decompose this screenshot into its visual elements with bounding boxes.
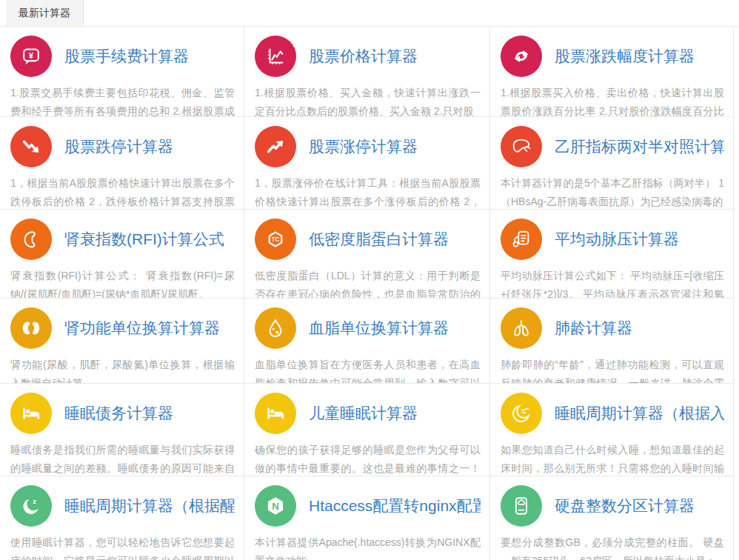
- calculator-title-link[interactable]: 股票涨停计算器: [309, 136, 481, 157]
- svg-text:z: z: [33, 498, 36, 505]
- card-header: N Htaccess配置转nginx配置: [255, 485, 481, 527]
- iv-stethoscope-icon: [501, 219, 542, 260]
- calculator-card[interactable]: 肺龄计算器 肺龄即肺的“年龄”，通过肺功能检测，可以直观反映肺的衰老和健康情况。…: [490, 299, 734, 384]
- calculator-title-link[interactable]: 肺龄计算器: [555, 318, 724, 339]
- calculator-card[interactable]: 股票跌停计算器 1，根据当前A股股票价格快速计算出股票在多个跌停板后的价格 2，…: [0, 117, 244, 210]
- bed-icon: [255, 393, 296, 434]
- calculator-description: 1.股票交易手续费主要包括印花税、佣金、监管费和经手费等所有各项费用的总和 2.…: [10, 84, 235, 117]
- calculator-card[interactable]: 睡眠债务计算器 睡眠债务是指我们所需的睡眠量与我们实际获得的睡眠量之间的差额。睡…: [0, 384, 244, 476]
- card-header: 睡眠债务计算器: [10, 393, 235, 434]
- calculator-title-link[interactable]: 睡眠债务计算器: [64, 403, 235, 424]
- card-header: z 睡眠周期计算器（根据醒来时: [10, 485, 235, 527]
- calculator-card[interactable]: z 睡眠周期计算器（根据醒来时 使用睡眠计算器，您可以轻松地告诉它您想要起床的时…: [0, 476, 244, 560]
- calculator-description: 本计算器提供Apache(.htaccess)转换为NGINX配置文件功能: [255, 533, 481, 560]
- calculator-title-link[interactable]: 肾衰指数(RFI)计算公式: [64, 229, 235, 250]
- liver-icon: [501, 126, 542, 167]
- card-header: 乙肝指标两对半对照计算器: [501, 126, 724, 167]
- card-header: 平均动脉压计算器: [501, 219, 724, 260]
- hard-drive-icon: [501, 485, 542, 527]
- card-header: 睡眠周期计算器（根据入睡时: [501, 393, 724, 434]
- calculator-description: 肾功能(尿酸，肌酐，尿酸氮)单位换算，根据输入数据自动计算: [10, 356, 235, 384]
- moon-waves-icon: [501, 393, 542, 434]
- card-header: ¥ 股票手续费计算器: [10, 36, 235, 77]
- kidneys-icon: [10, 307, 52, 349]
- swap-arrows-icon: [501, 36, 542, 77]
- calculator-card[interactable]: 睡眠周期计算器（根据入睡时 如果您知道自己什么时候入睡，想知道最佳的起床时间，那…: [490, 384, 734, 476]
- svg-text:N: N: [272, 501, 278, 512]
- calculator-description: 1.根据股票买入价格、卖出价格，快速计算出股票股价涨跌百分比率 2.只对股价涨跌…: [501, 84, 724, 117]
- calculator-card[interactable]: 股票价格计算器 1.根据股票价格、买入金额，快速计算出涨跌一定百分比点数后的股票…: [244, 27, 490, 117]
- calculator-title-link[interactable]: 硬盘整数分区计算器: [555, 496, 724, 516]
- card-header: TC 低密度脂蛋白计算器: [255, 219, 481, 260]
- calculator-description: 血脂单位换算旨在方便医务人员和患者，在高血脂检查和报告单中可能会常用到。输入数字…: [255, 356, 481, 384]
- card-header: 儿童睡眠计算器: [255, 393, 481, 434]
- card-header: 血脂单位换算计算器: [255, 307, 481, 349]
- calculator-title-link[interactable]: 低密度脂蛋白计算器: [309, 229, 481, 250]
- calculator-title-link[interactable]: 股票跌停计算器: [64, 136, 235, 157]
- kidney-icon: [10, 219, 52, 260]
- calculator-grid: ¥ 股票手续费计算器 1.股票交易手续费主要包括印花税、佣金、监管费和经手费等所…: [0, 27, 734, 560]
- svg-text:¥: ¥: [29, 51, 34, 60]
- card-header: 肺龄计算器: [501, 307, 724, 349]
- calculator-title-link[interactable]: 乙肝指标两对半对照计算器: [555, 136, 724, 157]
- yen-speech-bubble-icon: ¥: [10, 36, 52, 77]
- calculator-card[interactable]: N Htaccess配置转nginx配置 本计算器提供Apache(.htacc…: [244, 476, 490, 560]
- card-header: 股票涨停计算器: [255, 126, 481, 167]
- card-header: 肾衰指数(RFI)计算公式: [10, 219, 235, 260]
- calculator-title-link[interactable]: 肾功能单位换算计算器: [64, 318, 235, 339]
- card-header: 股票价格计算器: [255, 36, 481, 77]
- tab-bar: 最新计算器: [0, 0, 739, 27]
- calculator-description: 1，根据当前A股股票价格快速计算出股票在多个跌停板后的价格 2，跌停板价格计算器…: [10, 174, 235, 210]
- line-chart-icon: [255, 36, 296, 77]
- droplet-icon: [255, 307, 296, 349]
- calculator-card[interactable]: 硬盘整数分区计算器 要想分成整数GB，必须分成完整的柱面。 硬盘一般有255磁头…: [490, 476, 734, 560]
- card-header: 硬盘整数分区计算器: [501, 485, 724, 527]
- calculator-title-link[interactable]: 睡眠周期计算器（根据入睡时: [555, 403, 724, 424]
- card-header: 股票跌停计算器: [10, 126, 235, 167]
- calculator-description: 肺龄即肺的“年龄”，通过肺功能检测，可以直观反映肺的衰老和健康情况。一般来讲，肺…: [501, 356, 724, 384]
- calculator-title-link[interactable]: 股票涨跌幅度计算器: [555, 46, 724, 67]
- calculator-title-link[interactable]: 股票手续费计算器: [64, 46, 235, 67]
- calculator-card[interactable]: 股票涨停计算器 1，股票涨停价在线计算工具：根据当前A股股票价格快速计算出股票在…: [244, 117, 490, 210]
- calculator-description: 确保您的孩子获得足够的睡眠是您作为父母可以做的事情中最重要的。这也是最难的事情之…: [255, 441, 481, 476]
- calculator-title-link[interactable]: 儿童睡眠计算器: [309, 403, 481, 424]
- calculator-title-link[interactable]: 股票价格计算器: [309, 46, 481, 67]
- tc-hexagon-icon: TC: [255, 219, 296, 260]
- calculator-description: 如果您知道自己什么时候入睡，想知道最佳的起床时间，那么别无所求！只需将您的入睡时…: [501, 441, 724, 476]
- moon-z-icon: z: [10, 485, 52, 527]
- calculator-description: 使用睡眠计算器，您可以轻松地告诉它您想要起床的时间，它将显示您可以睡多少个睡眠周…: [10, 533, 235, 560]
- calculator-card[interactable]: 股票涨跌幅度计算器 1.根据股票买入价格、卖出价格，快速计算出股票股价涨跌百分比…: [490, 27, 734, 117]
- nginx-icon: N: [255, 485, 296, 527]
- tab-latest-calculators[interactable]: 最新计算器: [6, 0, 84, 26]
- calculator-title-link[interactable]: 血脂单位换算计算器: [309, 318, 481, 339]
- calculator-description: 要想分成整数GB，必须分成完整的柱面。 硬盘一般有255磁头，63扇区，所以每柱…: [501, 533, 724, 560]
- calculator-card[interactable]: 平均动脉压计算器 平均动脉压计算公式如下： 平均动脉压=[收缩压+(舒张压*2)…: [490, 210, 734, 299]
- down-zigzag-arrow-icon: [10, 126, 52, 167]
- card-header: 股票涨跌幅度计算器: [501, 36, 724, 77]
- calculator-title-link[interactable]: 平均动脉压计算器: [555, 229, 724, 250]
- calculator-description: 平均动脉压计算公式如下： 平均动脉压=[收缩压+(舒张压*2)]/3。 平均动脉…: [501, 267, 724, 299]
- calculator-description: 低密度脂蛋白（LDL）计算的意义：用于判断是否存在患冠心病的危险性，也是血脂异常…: [255, 267, 481, 299]
- calculator-card[interactable]: TC 低密度脂蛋白计算器 低密度脂蛋白（LDL）计算的意义：用于判断是否存在患冠…: [244, 210, 490, 299]
- calculator-description: 本计算器计算的是5个基本乙肝指标（两对半） 1（HBsAg-乙肝病毒表面抗原）为…: [501, 174, 724, 210]
- calculator-card[interactable]: 肾衰指数(RFI)计算公式 肾衰指数(RFI)计算公式： 肾衰指数(RFI)=尿…: [0, 210, 244, 299]
- calculator-card[interactable]: 血脂单位换算计算器 血脂单位换算旨在方便医务人员和患者，在高血脂检查和报告单中可…: [244, 299, 490, 384]
- calculator-description: 肾衰指数(RFI)计算公式： 肾衰指数(RFI)=尿钠/(尿肌酐/血肌酐)=(尿…: [10, 267, 235, 299]
- calculator-title-link[interactable]: 睡眠周期计算器（根据醒来时: [64, 496, 235, 516]
- lungs-icon: [501, 307, 542, 349]
- calculator-title-link[interactable]: Htaccess配置转nginx配置: [309, 496, 481, 516]
- svg-text:TC: TC: [271, 236, 279, 243]
- calculator-card[interactable]: 儿童睡眠计算器 确保您的孩子获得足够的睡眠是您作为父母可以做的事情中最重要的。这…: [244, 384, 490, 476]
- calculator-card[interactable]: ¥ 股票手续费计算器 1.股票交易手续费主要包括印花税、佣金、监管费和经手费等所…: [0, 27, 244, 117]
- calculator-description: 1，股票涨停价在线计算工具：根据当前A股股票价格快速计算出股票在多个涨停板后的价…: [255, 174, 481, 210]
- bed-icon: [10, 393, 52, 434]
- calculator-description: 1.根据股票价格、买入金额，快速计算出涨跌一定百分比点数后的股票价格、买入金额 …: [255, 84, 481, 117]
- calculator-description: 睡眠债务是指我们所需的睡眠量与我们实际获得的睡眠量之间的差额。睡眠债务的原因可能…: [10, 441, 235, 476]
- up-zigzag-arrow-icon: [255, 126, 296, 167]
- card-header: 肾功能单位换算计算器: [10, 307, 235, 349]
- calculator-card[interactable]: 肾功能单位换算计算器 肾功能(尿酸，肌酐，尿酸氮)单位换算，根据输入数据自动计算: [0, 299, 244, 384]
- calculator-card[interactable]: 乙肝指标两对半对照计算器 本计算器计算的是5个基本乙肝指标（两对半） 1（HBs…: [490, 117, 734, 210]
